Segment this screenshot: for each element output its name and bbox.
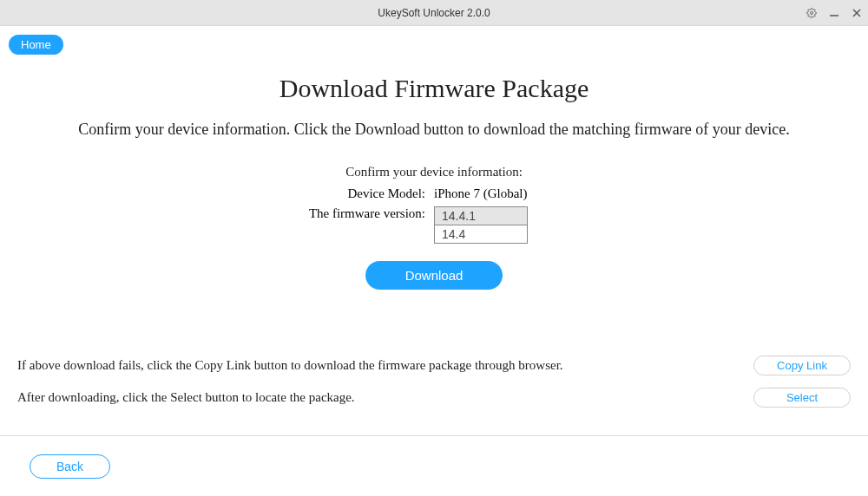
firmware-version-label: The firmware version: (286, 206, 434, 221)
titlebar-title: UkeySoft Unlocker 2.0.0 (378, 7, 490, 19)
firmware-option[interactable]: 14.4 (434, 225, 528, 244)
firmware-option-selected[interactable]: 14.4.1 (434, 206, 528, 225)
main-content: Download Firmware Package Confirm your d… (0, 26, 868, 290)
select-row: After downloading, click the Select butt… (17, 388, 851, 408)
firmware-version-row: The firmware version: 14.4.1 14.4 (0, 206, 868, 244)
copy-link-button[interactable]: Copy Link (753, 356, 851, 375)
confirm-label: Confirm your device information: (0, 165, 868, 179)
svg-point-0 (811, 11, 813, 14)
select-text: After downloading, click the Select butt… (17, 390, 355, 405)
device-model-label: Device Model: (286, 186, 434, 201)
bottom-section: If above download fails, click the Copy … (0, 356, 868, 420)
settings-icon[interactable] (806, 7, 818, 19)
download-button[interactable]: Download (365, 261, 503, 290)
firmware-version-dropdown[interactable]: 14.4.1 14.4 (434, 206, 528, 244)
copy-link-row: If above download fails, click the Copy … (17, 356, 851, 375)
device-model-row: Device Model: iPhone 7 (Global) (0, 186, 868, 201)
copy-link-text: If above download fails, click the Copy … (17, 358, 563, 373)
device-model-value: iPhone 7 (Global) (434, 186, 582, 201)
page-subtitle: Confirm your device information. Click t… (0, 121, 868, 139)
home-button[interactable]: Home (9, 35, 63, 55)
back-button[interactable]: Back (30, 454, 110, 479)
select-button[interactable]: Select (753, 388, 851, 408)
page-title: Download Firmware Package (0, 74, 868, 103)
titlebar: UkeySoft Unlocker 2.0.0 (0, 0, 868, 26)
titlebar-controls (806, 0, 863, 25)
close-icon[interactable] (851, 7, 863, 19)
footer-bar: Back (0, 435, 868, 496)
minimize-icon[interactable] (828, 7, 840, 19)
